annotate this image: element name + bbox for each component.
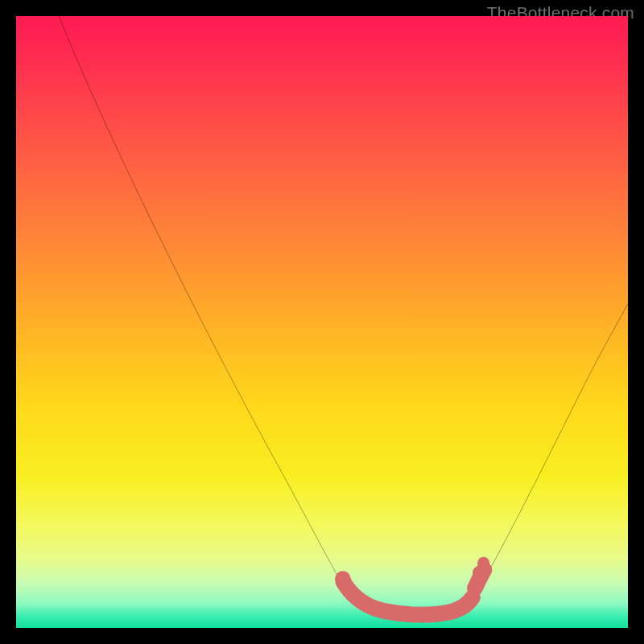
curve-right [481, 303, 628, 585]
trough-marker-band [344, 570, 485, 615]
trough-dot-a [335, 571, 351, 587]
trough-dot-c [477, 557, 489, 569]
plot-area [16, 16, 628, 628]
curve-left [59, 16, 346, 591]
chart-stage: TheBottleneck.com [0, 0, 644, 644]
chart-overlay-svg [16, 16, 628, 628]
